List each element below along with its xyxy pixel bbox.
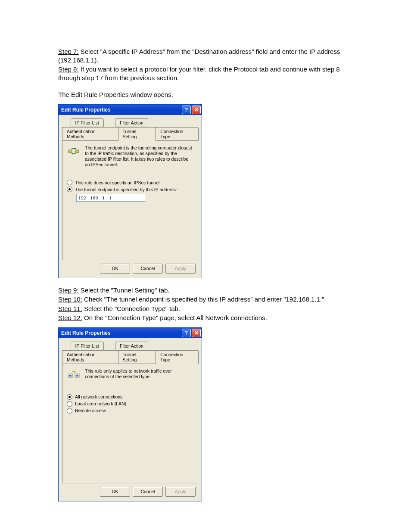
tab-filter-action[interactable]: Filter Action	[115, 342, 148, 350]
tunnel-desc: The tunnel endpoint is the tunneling com…	[85, 145, 193, 168]
close-button[interactable]: ✕	[192, 329, 201, 337]
edit-rule-dialog-connection: Edit Rule Properties ? ✕ IP Filter List …	[58, 327, 202, 501]
step-8: Step 8: If you want to select a protocol…	[58, 65, 360, 82]
step-8-label: Step 8:	[58, 65, 79, 73]
step-10-text: Check "The tunnel endpoint is specified …	[82, 296, 324, 303]
radio-icon	[67, 187, 72, 192]
step-7-label: Step 7:	[58, 48, 79, 55]
help-button[interactable]: ?	[182, 329, 191, 337]
step-11: Step 11: Select the "Connection Type" ta…	[58, 305, 360, 313]
tab-connection-type[interactable]: Connection Type	[156, 127, 199, 141]
step-11-text: Select the "Connection Type" tab.	[82, 305, 180, 312]
tab-tunnel-setting[interactable]: Tunnel Setting	[118, 350, 156, 364]
titlebar[interactable]: Edit Rule Properties ? ✕	[59, 328, 202, 338]
tunnel-icon	[67, 145, 81, 159]
tunnel-tab-panel: The tunnel endpoint is the tunneling com…	[62, 141, 198, 260]
step-12-label: Step 12:	[58, 314, 82, 321]
tab-auth-methods[interactable]: Authentication Methods	[62, 350, 118, 364]
tab-filter-action[interactable]: Filter Action	[115, 118, 148, 127]
connection-tab-panel: This rule only applies to network traffi…	[62, 364, 198, 483]
tab-tunnel-setting[interactable]: Tunnel Setting	[118, 127, 156, 141]
edit-opens-text: The Edit Rule Properties window opens.	[58, 90, 360, 99]
radio-icon	[67, 408, 72, 414]
cancel-button[interactable]: Cancel	[133, 264, 163, 274]
network-icon	[67, 368, 81, 382]
step-12-text: On the "Connection Type" page, select Al…	[82, 314, 267, 321]
svg-rect-9	[76, 375, 78, 376]
ok-button[interactable]: OK	[100, 487, 130, 497]
svg-marker-3	[74, 148, 76, 149]
cancel-button[interactable]: Cancel	[133, 487, 163, 497]
tab-connection-type[interactable]: Connection Type	[156, 350, 199, 364]
svg-rect-1	[75, 150, 79, 152]
close-button[interactable]: ✕	[192, 106, 201, 114]
tab-ip-filter-list[interactable]: IP Filter List	[71, 118, 104, 127]
ok-button[interactable]: OK	[100, 264, 130, 274]
apply-button[interactable]: Apply	[165, 264, 196, 274]
apply-button[interactable]: Apply	[165, 487, 196, 497]
radio-all-network[interactable]: All network connections	[67, 394, 193, 400]
svg-rect-7	[69, 375, 72, 376]
tab-auth-methods[interactable]: Authentication Methods	[62, 127, 118, 141]
dialog-title: Edit Rule Properties	[61, 330, 181, 336]
help-button[interactable]: ?	[182, 106, 191, 114]
svg-rect-0	[68, 150, 72, 152]
svg-marker-5	[72, 153, 73, 155]
step-7-text: Select "A specific IP Address" from the …	[58, 48, 340, 64]
step-10: Step 10: Check "The tunnel endpoint is s…	[58, 295, 360, 304]
radio-no-tunnel[interactable]: This rule does not specify an IPSec tunn…	[67, 180, 193, 185]
step-9-label: Step 9:	[58, 286, 79, 294]
connection-desc: This rule only applies to network traffi…	[85, 368, 193, 382]
step-7: Step 7: Select "A specific IP Address" f…	[58, 47, 360, 64]
dialog-title: Edit Rule Properties	[61, 107, 181, 113]
radio-icon	[67, 394, 72, 400]
step-10-label: Step 10:	[58, 296, 82, 303]
radio-lan[interactable]: Local area network (LAN)	[67, 401, 193, 407]
step-9-text: Select the "Tunnel Setting" tab.	[79, 286, 170, 294]
step-12: Step 12: On the "Connection Type" page, …	[58, 314, 360, 322]
step-11-label: Step 11:	[58, 305, 82, 312]
tunnel-ip-input[interactable]: 192 . 168 . 1 . 1	[76, 194, 145, 202]
radio-icon	[67, 180, 72, 185]
radio-tunnel-endpoint[interactable]: The tunnel endpoint is specified by this…	[67, 187, 193, 192]
radio-icon	[67, 401, 72, 407]
titlebar[interactable]: Edit Rule Properties ? ✕	[59, 105, 202, 115]
step-9: Step 9: Select the "Tunnel Setting" tab.	[58, 286, 360, 295]
step-8-text: If you want to select a protocol for you…	[58, 65, 340, 81]
radio-remote[interactable]: Remote access	[67, 408, 193, 414]
tab-ip-filter-list[interactable]: IP Filter List	[71, 342, 104, 350]
edit-rule-dialog-tunnel: Edit Rule Properties ? ✕ IP Filter List …	[58, 104, 202, 278]
